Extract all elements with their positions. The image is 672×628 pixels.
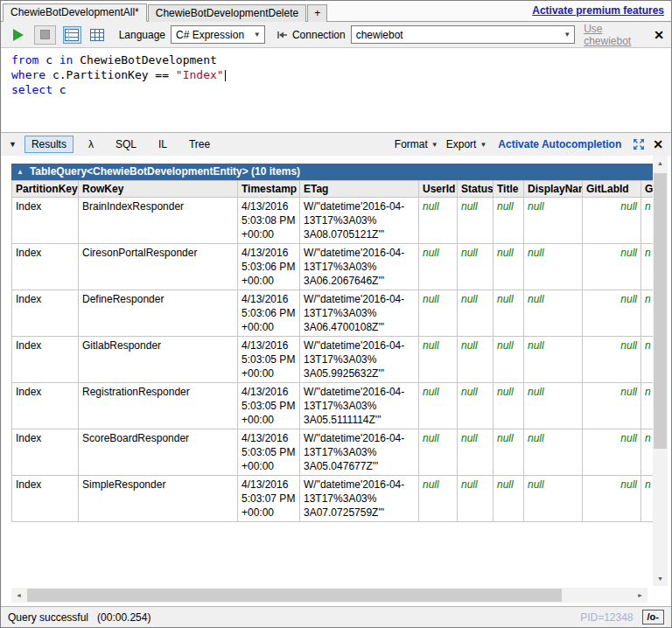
table-cell: Index: [12, 337, 79, 383]
table-cell: null: [458, 429, 494, 476]
export-dropdown[interactable]: Export ▼: [446, 138, 487, 150]
column-header: ETag: [300, 181, 419, 198]
table-cell: null: [494, 383, 524, 429]
tab-il[interactable]: IL: [151, 136, 174, 153]
table-cell: Index: [12, 476, 79, 522]
tab-lambda[interactable]: λ: [81, 136, 101, 153]
scroll-down-icon[interactable]: ▼: [653, 571, 668, 586]
table-cell: null: [494, 244, 524, 290]
table-cell: W/"datetime'2016-04-13T17%3A03%3A05.9925…: [300, 337, 419, 383]
table-cell: null: [419, 429, 458, 476]
table-cell: null: [583, 244, 641, 290]
results-area: ▲ TableQuery<ChewieBotDevelopmentEntity>…: [1, 156, 671, 606]
table-cell: null: [583, 383, 641, 429]
table-cell: Index: [12, 244, 79, 290]
table-row: IndexScoreBoardResponder4/13/2016 5:03:0…: [12, 429, 654, 476]
results-arrows-toggle[interactable]: /o-: [642, 610, 664, 625]
table-cell: n: [641, 383, 654, 429]
table-cell: null: [524, 383, 583, 429]
tab-results[interactable]: Results: [24, 136, 74, 153]
scroll-left-icon[interactable]: ◄: [11, 588, 26, 603]
expand-results-button[interactable]: [633, 138, 645, 150]
text-caret: [225, 70, 226, 81]
table-cell: null: [494, 198, 524, 244]
table-cell: SimpleResponder: [79, 476, 238, 522]
table-cell: null: [494, 429, 524, 476]
table-cell: 4/13/2016 5:03:05 PM +00:00: [238, 383, 300, 429]
results-tab-strip: ▼ Results λ SQL IL Tree Format ▼ Export …: [1, 132, 671, 156]
connection-arrow-icon: [276, 30, 287, 40]
horizontal-scroll-thumb[interactable]: [27, 589, 562, 602]
format-dropdown[interactable]: Format ▼: [395, 138, 438, 150]
table-cell: n: [641, 429, 654, 476]
column-header: PartitionKey: [12, 181, 79, 198]
data-grid-results-button[interactable]: [88, 26, 107, 44]
collapse-table-icon: ▲: [17, 168, 24, 176]
new-tab-button[interactable]: +: [307, 4, 327, 22]
code-token: "Index": [176, 68, 224, 81]
table-cell: Index: [12, 290, 79, 337]
use-connection-link[interactable]: Use chewiebot: [584, 23, 648, 47]
collapse-results-icon[interactable]: ▼: [9, 140, 17, 149]
results-close-button[interactable]: ✕: [653, 137, 663, 151]
table-cell: null: [458, 290, 494, 337]
table-cell: null: [524, 429, 583, 476]
table-cell: null: [494, 337, 524, 383]
table-cell: W/"datetime'2016-04-13T17%3A03%3A05.0476…: [300, 429, 419, 476]
tab-chewiebotdevelopmentdelete[interactable]: ChewieBotDevelopmentDelete: [148, 4, 306, 22]
table-cell: null: [458, 383, 494, 429]
tab-sql[interactable]: SQL: [108, 136, 144, 153]
horizontal-scrollbar[interactable]: ◄ ►: [11, 588, 648, 603]
format-label: Format: [395, 138, 428, 150]
vertical-scrollbar[interactable]: ▲ ▼: [653, 156, 668, 586]
query-duration: (00:00.254): [97, 611, 150, 624]
column-header: Timestamp: [238, 181, 300, 198]
table-cell: Index: [12, 383, 79, 429]
query-tab-bar: ChewieBotDevelopmentAll* ChewieBotDevelo…: [1, 1, 671, 22]
toolbar: Language C# Expression ▼ Connection chew…: [1, 22, 671, 48]
stop-query-button[interactable]: [34, 25, 56, 45]
code-token: from: [11, 53, 38, 66]
table-cell: 4/13/2016 5:03:06 PM +00:00: [238, 290, 300, 337]
chevron-down-icon: ▼: [560, 26, 574, 43]
table-cell: Index: [12, 429, 79, 476]
table-cell: null: [524, 198, 583, 244]
tab-tree[interactable]: Tree: [182, 136, 217, 153]
linqpad-window: ChewieBotDevelopmentAll* ChewieBotDevelo…: [0, 0, 672, 628]
code-token: in: [60, 53, 74, 66]
table-cell: null: [419, 476, 458, 522]
table-cell: null: [583, 476, 641, 522]
rich-text-results-button[interactable]: [63, 26, 81, 44]
query-editor[interactable]: from c in ChewieBotDevelopmentwhere c.Pa…: [1, 48, 671, 132]
chevron-down-icon: ▼: [250, 26, 264, 43]
vertical-scroll-thumb[interactable]: [654, 173, 667, 449]
run-query-button[interactable]: [8, 25, 29, 45]
connection-select[interactable]: chewiebot ▼: [351, 25, 576, 44]
activate-premium-link[interactable]: Activate premium features: [532, 4, 664, 17]
table-cell: null: [494, 476, 524, 522]
table-title-bar[interactable]: ▲ TableQuery<ChewieBotDevelopmentEntity>…: [11, 164, 653, 180]
table-cell: 4/13/2016 5:03:08 PM +00:00: [238, 198, 300, 244]
table-cell: 4/13/2016 5:03:06 PM +00:00: [238, 244, 300, 290]
scroll-right-icon[interactable]: ►: [633, 588, 648, 603]
tab-label: ChewieBotDevelopmentDelete: [156, 7, 298, 19]
language-value: C# Expression: [176, 29, 244, 41]
list-view-icon: [65, 29, 79, 41]
table-row: IndexDefineResponder4/13/2016 5:03:06 PM…: [12, 290, 654, 337]
column-header: GitLabId: [583, 181, 641, 198]
language-select[interactable]: C# Expression ▼: [171, 25, 265, 44]
table-row: IndexBrainIndexResponder4/13/2016 5:03:0…: [12, 198, 654, 244]
scroll-up-icon[interactable]: ▲: [653, 156, 668, 171]
query-close-button[interactable]: ✕: [654, 28, 664, 42]
table-row: IndexCiresonPortalResponder4/13/2016 5:0…: [12, 244, 654, 290]
tab-chewiebotdevelopmentall[interactable]: ChewieBotDevelopmentAll*: [3, 3, 147, 22]
activate-autocompletion-link[interactable]: Activate Autocompletion: [498, 138, 621, 150]
table-cell: null: [458, 337, 494, 383]
column-header: Title: [494, 181, 524, 198]
plus-icon: +: [314, 7, 320, 19]
results-table: PartitionKeyRowKeyTimestampETagUserIdSta…: [11, 180, 654, 522]
table-row: IndexSimpleResponder4/13/2016 5:03:07 PM…: [12, 476, 654, 522]
code-token: where: [11, 68, 46, 81]
table-cell: null: [524, 244, 583, 290]
table-cell: n: [641, 476, 654, 522]
